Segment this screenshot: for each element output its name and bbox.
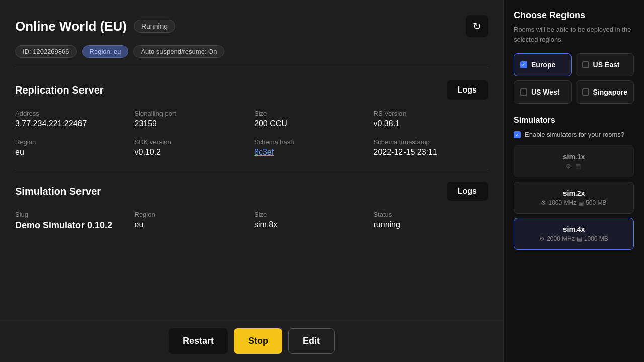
region-checkbox-singapore <box>582 88 589 96</box>
replication-info-grid: Address 3.77.234.221:22467 Signalling po… <box>15 110 488 157</box>
slug-label: Slug <box>15 211 130 218</box>
region-checkbox-us-west <box>520 88 527 96</box>
schema-hash-value[interactable]: 8c3ef <box>254 148 369 157</box>
sidebar-description: Rooms will be able to be deployed in the… <box>514 25 634 44</box>
page-title: Online World (EU) <box>15 19 127 34</box>
header-left: Online World (EU) Running <box>15 19 175 34</box>
sim-4x-mhz: 2000 MHz <box>547 235 575 242</box>
sim-enable-checkbox[interactable] <box>514 131 521 138</box>
region-card-us-east[interactable]: US East <box>576 53 634 76</box>
region-label-singapore: Singapore <box>593 88 627 96</box>
sim-4x-name: sim.4x <box>520 225 627 233</box>
sim-enable-row[interactable]: Enable simulators for your rooms? <box>514 131 634 138</box>
sdk-version-field: SDK version v0.10.2 <box>135 138 250 157</box>
simulation-server-section: Simulation Server Logs Slug Demo Simulat… <box>15 182 488 231</box>
mem-icon-4x: ▤ <box>577 235 582 242</box>
region-checkbox-us-east <box>582 61 589 68</box>
regions-grid: Europe US East US West Singapore <box>514 53 634 104</box>
restart-button[interactable]: Restart <box>169 328 228 354</box>
cpu-icon-4x: ⚙ <box>539 235 545 242</box>
sim-1x-name: sim.1x <box>520 153 627 161</box>
schema-hash-field: Schema hash 8c3ef <box>254 138 369 157</box>
sidebar: Choose Regions Rooms will be able to be … <box>503 0 644 362</box>
replication-logs-button[interactable]: Logs <box>447 80 488 100</box>
schema-timestamp-label: Schema timestamp <box>374 138 489 146</box>
sim-2x-mhz: 1000 MHz <box>548 199 576 206</box>
bottom-toolbar: Restart Stop Edit <box>0 320 503 362</box>
sim-card-2x[interactable]: sim.2x ⚙ 1000 MHz ▤ 500 MB <box>514 182 634 214</box>
main-panel: Online World (EU) Running ↻ ID: 12022698… <box>0 0 503 362</box>
size-field: Size 200 CCU <box>254 110 369 128</box>
simulation-info-grid: Slug Demo Simulator 0.10.2 Region eu Siz… <box>15 211 488 231</box>
auto-suspend-tag: Auto suspend/resume: On <box>133 45 224 58</box>
address-field: Address 3.77.234.221:22467 <box>15 110 130 128</box>
sim-1x-specs: ⚙ ▤ <box>520 163 627 170</box>
cpu-icon-1x: ⚙ <box>566 163 571 170</box>
divider-1 <box>15 68 488 68</box>
size-value: 200 CCU <box>254 119 369 128</box>
region-label-us-east: US East <box>593 61 620 69</box>
region-label-europe: Europe <box>531 61 555 69</box>
schema-timestamp-field: Schema timestamp 2022-12-15 23:11 <box>374 138 489 157</box>
edit-button[interactable]: Edit <box>288 328 335 354</box>
signalling-port-label: Signalling port <box>135 110 250 117</box>
replication-server-section: Replication Server Logs Address 3.77.234… <box>15 80 488 157</box>
simulation-section-header: Simulation Server Logs <box>15 182 488 201</box>
divider-2 <box>15 169 488 169</box>
rs-version-value: v0.38.1 <box>374 119 489 128</box>
region-card-singapore[interactable]: Singapore <box>576 80 634 104</box>
replication-server-title: Replication Server <box>15 84 104 96</box>
sim-2x-name: sim.2x <box>520 189 627 197</box>
region-checkbox-europe <box>520 61 527 68</box>
status-badge: Running <box>134 20 175 33</box>
sim-2x-mb: 500 MB <box>586 199 606 206</box>
sim-enable-label: Enable simulators for your rooms? <box>525 131 624 138</box>
rep-region-label: Region <box>15 138 130 146</box>
sim-status-field: Status running <box>374 211 489 231</box>
region-tag: Region: eu <box>82 45 129 58</box>
signalling-port-field: Signalling port 23159 <box>135 110 250 128</box>
sdk-version-value: v0.10.2 <box>135 148 250 157</box>
cpu-icon-2x: ⚙ <box>541 199 546 206</box>
rep-region-field: Region eu <box>15 138 130 157</box>
size-label: Size <box>254 110 369 117</box>
slug-value: Demo Simulator 0.10.2 <box>15 220 130 231</box>
tags-row: ID: 1202269866 Region: eu Auto suspend/r… <box>15 45 488 58</box>
sim-4x-specs: ⚙ 2000 MHz ▤ 1000 MB <box>520 235 627 242</box>
mem-icon-2x: ▤ <box>578 199 584 206</box>
sdk-version-label: SDK version <box>135 138 250 146</box>
refresh-icon: ↻ <box>473 20 481 32</box>
sim-status-value: running <box>374 220 489 229</box>
region-card-europe[interactable]: Europe <box>514 53 572 76</box>
simulation-logs-button[interactable]: Logs <box>447 182 488 201</box>
sim-region-field: Region eu <box>135 211 250 231</box>
sidebar-title: Choose Regions <box>514 10 634 21</box>
stop-button[interactable]: Stop <box>234 328 282 354</box>
sim-card-4x[interactable]: sim.4x ⚙ 2000 MHz ▤ 1000 MB <box>514 218 634 250</box>
refresh-button[interactable]: ↻ <box>466 15 488 37</box>
sim-card-1x[interactable]: sim.1x ⚙ ▤ <box>514 145 634 177</box>
id-tag: ID: 1202269866 <box>15 45 77 58</box>
sim-2x-specs: ⚙ 1000 MHz ▤ 500 MB <box>520 199 627 206</box>
sim-region-value: eu <box>135 220 250 229</box>
header: Online World (EU) Running ↻ <box>15 15 488 37</box>
address-value: 3.77.234.221:22467 <box>15 119 130 128</box>
sim-size-label: Size <box>254 211 369 218</box>
sim-4x-mb: 1000 MB <box>584 235 608 242</box>
rs-version-field: RS Version v0.38.1 <box>374 110 489 128</box>
rs-version-label: RS Version <box>374 110 489 117</box>
schema-hash-label: Schema hash <box>254 138 369 146</box>
simulation-server-title: Simulation Server <box>15 186 101 197</box>
simulators-title: Simulators <box>514 116 634 125</box>
sim-size-value: sim.8x <box>254 220 369 229</box>
schema-timestamp-value: 2022-12-15 23:11 <box>374 148 489 157</box>
region-label-us-west: US West <box>531 88 560 96</box>
slug-field: Slug Demo Simulator 0.10.2 <box>15 211 130 231</box>
mem-icon-1x: ▤ <box>575 163 581 170</box>
sim-size-field: Size sim.8x <box>254 211 369 231</box>
rep-region-value: eu <box>15 148 130 157</box>
region-card-us-west[interactable]: US West <box>514 80 572 104</box>
sim-status-label: Status <box>374 211 489 218</box>
signalling-port-value: 23159 <box>135 119 250 128</box>
sim-region-label: Region <box>135 211 250 218</box>
